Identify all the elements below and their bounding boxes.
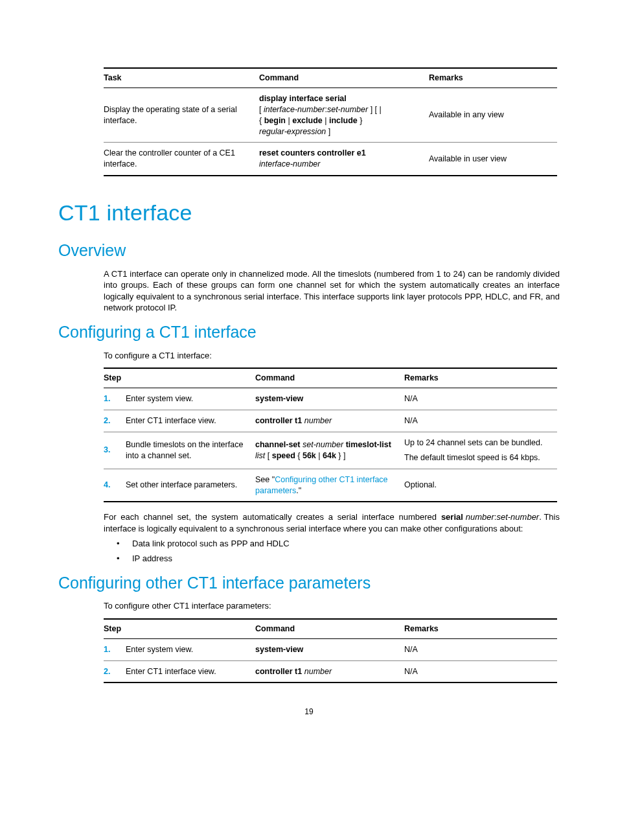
- cell-remarks: N/A: [404, 638, 557, 660]
- heading-overview: Overview: [58, 240, 560, 262]
- remark-line: The default timeslot speed is 64 kbps.: [404, 453, 540, 462]
- cmd-bold: timeslot-list: [346, 440, 391, 449]
- cell-remarks: Available in user view: [429, 143, 557, 176]
- cell-step: Enter CT1 interface view.: [126, 410, 255, 432]
- cell-remarks: Up to 24 channel sets can be bundled. Th…: [404, 432, 557, 469]
- cell-task: Display the operating state of a serial …: [104, 88, 259, 143]
- col-task: Task: [104, 68, 259, 88]
- paragraph-serial-note: For each channel set, the system automat…: [104, 511, 560, 534]
- cell-remarks: Available in any view: [429, 88, 557, 143]
- cmd-bold: 56k: [303, 451, 316, 460]
- cell-step: Enter system view.: [126, 388, 255, 410]
- col-step: Step: [104, 368, 255, 388]
- step-number: 1.: [104, 388, 126, 410]
- col-command: Command: [259, 68, 429, 88]
- remark-line: Up to 24 channel sets can be bundled.: [404, 438, 542, 447]
- table-row: 3. Bundle timeslots on the interface int…: [104, 432, 557, 469]
- cmd-bold: speed: [272, 451, 295, 460]
- col-remarks: Remarks: [429, 68, 557, 88]
- cmd-bold: exclude: [292, 116, 323, 125]
- table-row: 1. Enter system view. system-view N/A: [104, 388, 557, 410]
- paragraph-overview: A CT1 interface can operate only in chan…: [104, 268, 560, 314]
- cmd-ital: set-number: [303, 440, 343, 449]
- step-number: 3.: [104, 432, 126, 469]
- page-number: 19: [58, 706, 560, 717]
- table-row: Clear the controller counter of a CE1 in…: [104, 143, 557, 176]
- cmd-ital: set-number: [327, 105, 368, 114]
- cell-command: channel-set set-number timeslot-list lis…: [255, 432, 404, 469]
- cmd-ital: number: [304, 416, 332, 425]
- table-row: 2. Enter CT1 interface view. controller …: [104, 660, 557, 682]
- text-bold: serial: [441, 512, 463, 522]
- cell-remarks: N/A: [404, 388, 557, 410]
- text: For each channel set, the system automat…: [104, 512, 441, 522]
- paragraph-config-lead: To configure a CT1 interface:: [104, 350, 560, 362]
- text-ital: set-number: [496, 512, 539, 522]
- table-row: 1. Enter system view. system-view N/A: [104, 638, 557, 660]
- col-command: Command: [255, 368, 404, 388]
- step-number: 1.: [104, 638, 126, 660]
- cmd-ital: list: [255, 451, 265, 460]
- cmd-bold: channel-set: [255, 440, 300, 449]
- cell-step: Enter CT1 interface view.: [126, 660, 255, 682]
- cell-remarks: N/A: [404, 660, 557, 682]
- text: See ": [255, 475, 275, 484]
- col-remarks: Remarks: [404, 368, 557, 388]
- table-row: Display the operating state of a serial …: [104, 88, 557, 143]
- step-number: 2.: [104, 660, 126, 682]
- cell-task: Clear the controller counter of a CE1 in…: [104, 143, 259, 176]
- cmd-ital: interface-number: [264, 105, 325, 114]
- heading-ct1-interface: CT1 interface: [58, 198, 560, 228]
- table-step-command-remarks-2: Step Command Remarks 1. Enter system vie…: [104, 618, 557, 684]
- cell-command: reset counters controller e1 interface-n…: [259, 143, 429, 176]
- cmd-bold: 64k: [323, 451, 336, 460]
- table-row: 4. Set other interface parameters. See "…: [104, 469, 557, 502]
- heading-configuring-ct1: Configuring a CT1 interface: [58, 321, 560, 344]
- cell-command: controller t1 number: [255, 410, 404, 432]
- cmd-bold: display interface serial: [259, 94, 347, 103]
- cell-remarks: Optional.: [404, 469, 557, 502]
- step-number: 4.: [104, 469, 126, 502]
- cell-remarks: N/A: [404, 410, 557, 432]
- cell-command: See "Configuring other CT1 interface par…: [255, 469, 404, 502]
- link-configuring-other[interactable]: Configuring other CT1 interface paramete…: [255, 475, 388, 495]
- cell-command: controller t1 number: [255, 660, 404, 682]
- cell-step: Enter system view.: [126, 638, 255, 660]
- cell-command: system-view: [255, 638, 404, 660]
- cmd-bold: system-view: [255, 645, 303, 654]
- col-remarks: Remarks: [404, 619, 557, 638]
- cell-step: Bundle timeslots on the interface into a…: [126, 432, 255, 469]
- cell-command: system-view: [255, 388, 404, 410]
- cmd-ital: number: [304, 667, 332, 676]
- table-task-command-remarks: Task Command Remarks Display the operati…: [104, 67, 557, 176]
- cmd-bold: reset counters controller e1: [259, 148, 366, 158]
- col-command: Command: [255, 619, 404, 638]
- cmd-bold: include: [329, 116, 358, 125]
- paragraph-other-lead: To configure other CT1 interface paramet…: [104, 600, 560, 612]
- cmd-bold: system-view: [255, 394, 303, 403]
- cell-step: Set other interface parameters.: [126, 469, 255, 502]
- cmd-bold: controller t1: [255, 667, 302, 676]
- bullet-list: Data link protocol such as PPP and HDLC …: [117, 538, 560, 564]
- table-row: 2. Enter CT1 interface view. controller …: [104, 410, 557, 432]
- cmd-ital: interface-number: [259, 159, 321, 169]
- step-number: 2.: [104, 410, 126, 432]
- cell-command: display interface serial [ interface-num…: [259, 88, 429, 143]
- cmd-bold: begin: [264, 116, 286, 125]
- col-step: Step: [104, 619, 255, 638]
- text: .": [296, 486, 301, 495]
- text-ital: number: [466, 512, 494, 522]
- table-step-command-remarks: Step Command Remarks 1. Enter system vie…: [104, 368, 557, 502]
- heading-configuring-other: Configuring other CT1 interface paramete…: [58, 572, 560, 594]
- cmd-bold: controller t1: [255, 416, 302, 425]
- list-item: Data link protocol such as PPP and HDLC: [117, 538, 560, 550]
- list-item: IP address: [117, 553, 560, 565]
- cmd-ital: regular-expression: [259, 127, 326, 136]
